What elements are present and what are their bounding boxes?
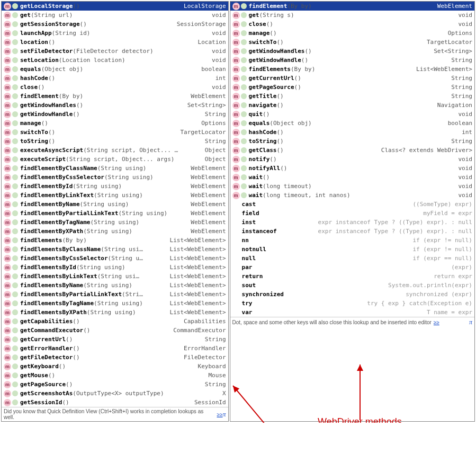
method-item[interactable]: mgetLocalStorage()LocalStorage [2, 2, 228, 11]
visibility-icon [12, 30, 18, 36]
visibility-icon [12, 363, 18, 369]
method-item[interactable]: mquit()void [230, 110, 474, 119]
template-item[interactable]: notnullif (expr != null) [230, 245, 474, 254]
template-item[interactable]: synchronizedsynchronized (expr) [230, 290, 474, 299]
method-item[interactable]: mmanage()Options [230, 29, 474, 38]
template-item[interactable]: cast((SomeType) expr) [230, 200, 474, 209]
method-item[interactable]: msetFileDetector(FileDetector detector)v… [2, 47, 228, 56]
return-type: LocalStorage [184, 3, 226, 10]
method-item[interactable]: mgetFileDetector()FileDetector [2, 353, 228, 362]
method-item[interactable]: mfindElementByLinkText(String using)WebE… [2, 191, 228, 200]
template-item[interactable]: nullif (expr == null) [230, 254, 474, 263]
method-item[interactable]: mfindElementByTagName(String using)WebEl… [2, 218, 228, 227]
method-item[interactable]: mgetCommandExecutor()CommandExecutor [2, 326, 228, 335]
signature: findElement(By by) [249, 3, 434, 10]
template-item[interactable]: par(expr) [230, 263, 474, 272]
method-item[interactable]: mgetSessionStorage()SessionStorage [2, 20, 228, 29]
method-item[interactable]: mfindElementByPartialLinkText(String usi… [2, 209, 228, 218]
method-item[interactable]: mfindElement(By by)WebElement [230, 2, 474, 11]
method-item[interactable]: mequals(Object obj)boolean [230, 119, 474, 128]
method-item[interactable]: mmanage()Options [2, 119, 228, 128]
template-item[interactable]: soutSystem.out.println(expr) [230, 281, 474, 290]
method-item[interactable]: mgetCapabilities()Capabilities [2, 317, 228, 326]
method-item[interactable]: mnotify()void [230, 155, 474, 164]
method-item[interactable]: mclose()void [230, 20, 474, 29]
return-type: Set<String> [187, 102, 226, 109]
method-icon: m [4, 165, 11, 172]
method-item[interactable]: mfindElementsByClassName(String usi…List… [2, 245, 228, 254]
method-item[interactable]: mhashCode()int [230, 128, 474, 137]
method-item[interactable]: mclose()void [2, 83, 228, 92]
method-item[interactable]: mgetPageSource()String [2, 380, 228, 389]
hint-link[interactable]: ≥≥ [217, 412, 223, 417]
method-item[interactable]: mswitchTo()TargetLocator [230, 38, 474, 47]
method-item[interactable]: mgetSessionId()SessionId [2, 398, 228, 407]
signature: return [232, 273, 431, 280]
method-item[interactable]: mfindElementsByPartialLinkText(Stri…List… [2, 290, 228, 299]
method-item[interactable]: mequals(Object obj)boolean [2, 65, 228, 74]
method-item[interactable]: mswitchTo()TargetLocator [2, 128, 228, 137]
method-item[interactable]: mfindElementsByLinkText(String usi…List<… [2, 272, 228, 281]
visibility-icon [12, 399, 18, 405]
method-item[interactable]: mfindElementByName(String using)WebEleme… [2, 200, 228, 209]
method-item[interactable]: mfindElement(By by)WebElement [2, 92, 228, 101]
method-item[interactable]: mfindElementsByXPath(String using)List<W… [2, 308, 228, 317]
method-item[interactable]: mlaunchApp(String id)void [2, 29, 228, 38]
method-item[interactable]: mfindElementByClassName(String using)Web… [2, 164, 228, 173]
completion-popup-left[interactable]: mgetLocalStorage()LocalStoragemget(Strin… [1, 1, 229, 422]
method-item[interactable]: mfindElementById(String using)WebElement [2, 182, 228, 191]
method-item[interactable]: mexecuteScript(String script, Object... … [2, 155, 228, 164]
template-item[interactable]: fieldmyField = expr [230, 209, 474, 218]
signature: instanceof [232, 228, 315, 235]
template-item[interactable]: instanceofexpr instanceof Type ? ((Type)… [230, 227, 474, 236]
completion-popup-right[interactable]: mfindElement(By by)WebElementmget(String… [230, 1, 475, 422]
method-item[interactable]: mgetTitle()String [230, 92, 474, 101]
method-item[interactable]: mgetCurrentUrl()String [2, 335, 228, 344]
template-item[interactable]: instexpr instanceof Type ? ((Type) expr)… [230, 218, 474, 227]
method-item[interactable]: mtoString()String [2, 137, 228, 146]
method-item[interactable]: mfindElementsByTagName(String using)List… [2, 299, 228, 308]
return-type: WebElement [191, 165, 226, 172]
method-item[interactable]: mwait(long timeout, int nanos)void [230, 191, 474, 200]
method-item[interactable]: mtoString()String [230, 137, 474, 146]
method-item[interactable]: mgetCurrentUrl()String [230, 74, 474, 83]
method-item[interactable]: mgetMouse()Mouse [2, 371, 228, 380]
method-item[interactable]: mget(String s)void [230, 11, 474, 20]
method-item[interactable]: mgetWindowHandle()String [230, 56, 474, 65]
signature: getKeyboard() [20, 363, 195, 370]
return-type: WebElement [191, 183, 226, 190]
method-item[interactable]: mgetWindowHandle()String [2, 110, 228, 119]
pi-icon[interactable]: π [469, 318, 472, 326]
method-item[interactable]: mwait(long timeout)void [230, 182, 474, 191]
method-item[interactable]: mgetScreenshotAs(OutputType<X> outputTyp… [2, 389, 228, 398]
method-item[interactable]: mhashCode()int [2, 74, 228, 83]
method-item[interactable]: mexecuteAsyncScript(String script, Objec… [2, 146, 228, 155]
method-item[interactable]: mfindElementsById(String using)List<WebE… [2, 263, 228, 272]
template-item[interactable]: nnif (expr != null) [230, 236, 474, 245]
method-icon: m [4, 75, 11, 82]
template-item[interactable]: trytry { exp } catch(Exception e) [230, 299, 474, 308]
method-item[interactable]: mgetPageSource()String [230, 83, 474, 92]
visibility-icon [241, 165, 247, 171]
method-item[interactable]: mgetWindowHandles()Set<String> [230, 47, 474, 56]
method-item[interactable]: mnotifyAll()void [230, 164, 474, 173]
template-item[interactable]: varT name = expr [230, 308, 474, 317]
method-item[interactable]: mnavigate()Navigation [230, 101, 474, 110]
method-item[interactable]: mget(String url)void [2, 11, 228, 20]
method-item[interactable]: mgetClass()Class<? extends WebDriver> [230, 146, 474, 155]
hint-link[interactable]: ≥≥ [434, 319, 439, 325]
method-item[interactable]: mfindElementsByName(String using)List<We… [2, 281, 228, 290]
method-item[interactable]: mgetKeyboard()Keyboard [2, 362, 228, 371]
method-item[interactable]: mwait()void [230, 173, 474, 182]
method-item[interactable]: mfindElementByXPath(String using)WebElem… [2, 227, 228, 236]
method-item[interactable]: mfindElementsByCssSelector(String u…List… [2, 254, 228, 263]
method-item[interactable]: mfindElements(By by)List<WebElement> [2, 236, 228, 245]
method-item[interactable]: mfindElementByCssSelector(String using)W… [2, 173, 228, 182]
pi-icon[interactable]: π [223, 411, 226, 419]
template-item[interactable]: returnreturn expr [230, 272, 474, 281]
method-item[interactable]: mlocation()Location [2, 38, 228, 47]
method-item[interactable]: mgetWindowHandles()Set<String> [2, 101, 228, 110]
method-item[interactable]: mgetErrorHandler()ErrorHandler [2, 344, 228, 353]
method-item[interactable]: mfindElements(By by)List<WebElement> [230, 65, 474, 74]
method-item[interactable]: msetLocation(Location location)void [2, 56, 228, 65]
